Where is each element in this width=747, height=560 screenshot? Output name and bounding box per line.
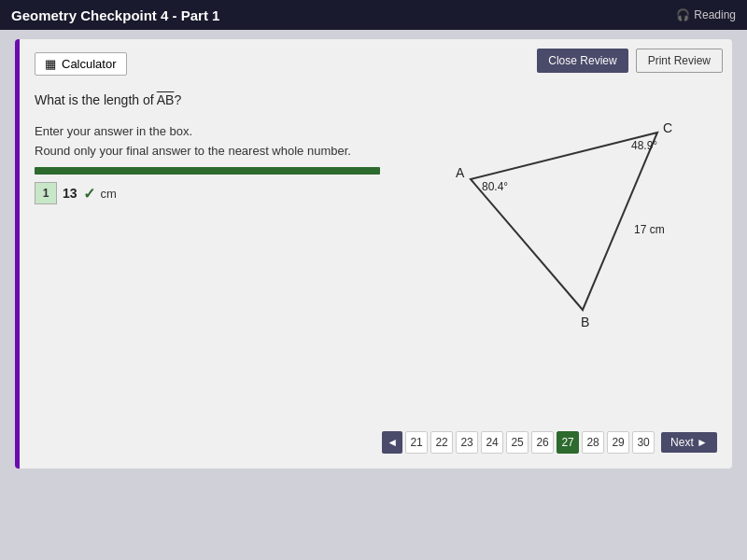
pagination-bar: ◄ 21 22 23 24 25 26 27 28 29 30 Next ► (382, 431, 717, 454)
question-variable: AB (157, 92, 175, 107)
answer-bar (35, 167, 380, 175)
reading-label: Reading (694, 8, 736, 21)
print-review-button[interactable]: Print Review (636, 49, 723, 73)
action-buttons: Close Review Print Review (537, 49, 723, 73)
answer-value: 13 (63, 186, 78, 201)
angle-a-label: 80.4° (482, 180, 508, 193)
page-28[interactable]: 28 (582, 431, 604, 454)
vertex-b-label: B (581, 315, 589, 329)
top-bar: Geometry Checkpoint 4 - Part 1 🎧 Reading (0, 0, 747, 30)
side-bc-label: 17 cm (634, 223, 665, 236)
answer-number-box: 1 (35, 182, 57, 204)
svg-marker-0 (471, 133, 657, 310)
angle-c-label: 48.9° (631, 139, 657, 152)
question-prefix: What is the length of (35, 92, 157, 107)
page-21[interactable]: 21 (405, 431, 428, 454)
vertex-a-label: A (456, 165, 465, 180)
main-card: Close Review Print Review ▦ Calculator W… (15, 39, 732, 469)
page-26[interactable]: 26 (531, 431, 554, 454)
next-button[interactable]: Next ► (661, 432, 717, 453)
check-icon: ✓ (83, 185, 95, 203)
headphones-icon: 🎧 (676, 8, 690, 21)
question-suffix: ? (174, 92, 181, 107)
page-29[interactable]: 29 (607, 431, 629, 454)
answer-unit: cm (101, 187, 117, 201)
reading-button[interactable]: 🎧 Reading (676, 8, 736, 21)
page-23[interactable]: 23 (456, 431, 478, 454)
page-22[interactable]: 22 (430, 431, 453, 454)
page-24[interactable]: 24 (481, 431, 503, 454)
page-30[interactable]: 30 (632, 431, 655, 454)
calculator-button[interactable]: ▦ Calculator (35, 52, 127, 76)
prev-page-button[interactable]: ◄ (382, 431, 402, 454)
calculator-label: Calculator (62, 57, 117, 71)
diagram-area: A C B 80.4° 48.9° 17 cm (443, 105, 704, 347)
page-27[interactable]: 27 (557, 431, 579, 454)
calculator-icon: ▦ (45, 57, 56, 71)
vertex-c-label: C (663, 120, 672, 135)
page-title: Geometry Checkpoint 4 - Part 1 (11, 7, 676, 23)
triangle-diagram: A C B 80.4° 48.9° 17 cm (443, 105, 704, 347)
close-review-button[interactable]: Close Review (537, 49, 627, 73)
page-25[interactable]: 25 (506, 431, 529, 454)
